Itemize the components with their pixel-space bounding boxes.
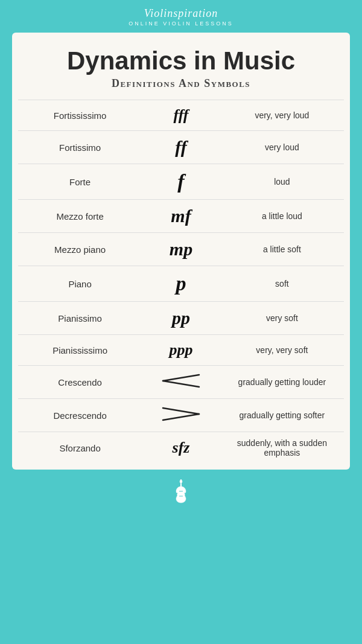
dynamics-symbol: p (142, 266, 220, 302)
dynamics-name: Sforzando (18, 432, 142, 464)
dynamics-symbol (142, 399, 220, 432)
dynamics-description: a little loud (220, 200, 344, 233)
dynamics-symbol: mp (142, 233, 220, 266)
table-row: Mezzo pianompa little soft (18, 233, 344, 266)
svg-line-3 (163, 414, 199, 420)
dynamics-name: Fortississimo (18, 100, 142, 131)
svg-line-1 (163, 381, 199, 387)
table-row: Pianissimoppvery soft (18, 302, 344, 335)
dynamics-name: Mezzo piano (18, 233, 142, 266)
svg-line-0 (163, 375, 199, 381)
dynamics-description: soft (220, 266, 344, 302)
dynamics-description: very, very loud (220, 100, 344, 131)
table-row: Sforzandosfzsuddenly, with a sudden emph… (18, 432, 344, 464)
dynamics-description: very, very soft (220, 335, 344, 366)
card-title: Dynamics in Music (18, 47, 344, 75)
table-row: Decrescendo gradually getting softer (18, 399, 344, 432)
dynamics-name: Fortissimo (18, 131, 142, 164)
svg-rect-4 (180, 483, 182, 486)
svg-line-2 (163, 408, 199, 414)
brand-name: Violinspiration (144, 7, 218, 20)
dynamics-description: very loud (220, 131, 344, 164)
dynamics-description: gradually getting louder (220, 366, 344, 399)
table-row: Fortissimoffvery loud (18, 131, 344, 164)
dynamics-name: Forte (18, 164, 142, 200)
table-row: Fortississimofffvery, very loud (18, 100, 344, 131)
dynamics-symbol: f (142, 164, 220, 200)
dynamics-description: very soft (220, 302, 344, 335)
dynamics-symbol: pp (142, 302, 220, 335)
top-header: Violinspiration Online Violin Lessons (0, 0, 362, 33)
table-row: Fortefloud (18, 164, 344, 200)
bottom-footer (0, 470, 362, 513)
dynamics-symbol: mf (142, 200, 220, 233)
table-row: Mezzo fortemfa little loud (18, 200, 344, 233)
dynamics-name: Pianissimo (18, 302, 142, 335)
dynamics-symbol: ff (142, 131, 220, 164)
violin-icon (172, 478, 190, 505)
dynamics-table: Fortississimofffvery, very loudFortissim… (18, 100, 344, 464)
table-row: Pianopsoft (18, 266, 344, 302)
dynamics-symbol (142, 366, 220, 399)
decrescendo-svg (160, 405, 202, 423)
dynamics-symbol: fff (142, 100, 220, 131)
main-card: Dynamics in Music Definitions and Symbol… (12, 33, 350, 470)
dynamics-name: Piano (18, 266, 142, 302)
dynamics-description: suddenly, with a sudden emphasis (220, 432, 344, 464)
brand-sub: Online Violin Lessons (129, 21, 233, 27)
dynamics-symbol: sfz (142, 432, 220, 464)
dynamics-name: Decrescendo (18, 399, 142, 432)
dynamics-description: gradually getting softer (220, 399, 344, 432)
crescendo-svg (160, 372, 202, 390)
dynamics-description: a little soft (220, 233, 344, 266)
table-row: Crescendo gradually getting louder (18, 366, 344, 399)
table-row: Pianississimopppvery, very soft (18, 335, 344, 366)
dynamics-name: Crescendo (18, 366, 142, 399)
dynamics-name: Mezzo forte (18, 200, 142, 233)
dynamics-symbol: ppp (142, 335, 220, 366)
card-subtitle: Definitions and Symbols (18, 77, 344, 90)
dynamics-name: Pianississimo (18, 335, 142, 366)
dynamics-description: loud (220, 164, 344, 200)
